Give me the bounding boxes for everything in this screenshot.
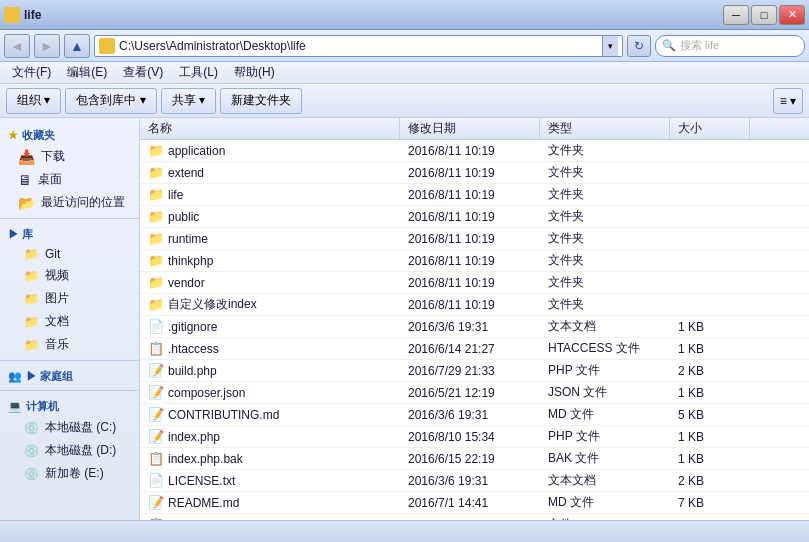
php-icon: 📝 xyxy=(148,363,164,378)
table-row[interactable]: 📁 public 2016/8/11 10:19 文件夹 xyxy=(140,206,809,228)
maximize-button[interactable]: □ xyxy=(751,5,777,25)
sidebar-computer-section[interactable]: 💻 计算机 xyxy=(0,395,139,416)
address-text: C:\Users\Administrator\Desktop\life xyxy=(119,39,598,53)
file-name-cell: 📁 runtime xyxy=(140,228,400,249)
file-date-cell: 2016/6/14 21:27 xyxy=(400,338,540,359)
table-row[interactable]: 📁 thinkphp 2016/8/11 10:19 文件夹 xyxy=(140,250,809,272)
table-row[interactable]: 📋 .htaccess 2016/6/14 21:27 HTACCESS 文件 … xyxy=(140,338,809,360)
table-row[interactable]: 📁 extend 2016/8/11 10:19 文件夹 xyxy=(140,162,809,184)
homegroup-label: ▶ 家庭组 xyxy=(26,369,73,384)
file-list: 📁 application 2016/8/11 10:19 文件夹 📁 exte… xyxy=(140,140,809,520)
file-size-cell xyxy=(670,294,750,315)
file-name: public xyxy=(168,210,199,224)
search-bar[interactable]: 🔍 搜索 life xyxy=(655,35,805,57)
documents-label: 文档 xyxy=(45,313,69,330)
navbar: ◄ ► ▲ C:\Users\Administrator\Desktop\lif… xyxy=(0,30,809,62)
file-name-cell: 📁 thinkphp xyxy=(140,250,400,271)
table-row[interactable]: 📁 自定义修改index 2016/8/11 10:19 文件夹 xyxy=(140,294,809,316)
main-content: ★ 收藏夹 📥 下载 🖥 桌面 📂 最近访问的位置 ▶ 库 📁 Git 📁 视频… xyxy=(0,118,809,520)
table-row[interactable]: 📄 LICENSE.txt 2016/3/6 19:31 文本文档 2 KB xyxy=(140,470,809,492)
file-date-cell: 2016/8/11 10:19 xyxy=(400,272,540,293)
file-name: LICENSE.txt xyxy=(168,474,235,488)
menu-file[interactable]: 文件(F) xyxy=(4,62,59,83)
new-folder-button[interactable]: 新建文件夹 xyxy=(220,88,302,114)
sidebar-homegroup-section[interactable]: 👥 ▶ 家庭组 xyxy=(0,365,139,386)
menu-edit[interactable]: 编辑(E) xyxy=(59,62,115,83)
download-folder-icon: 📥 xyxy=(18,149,35,165)
music-label: 音乐 xyxy=(45,336,69,353)
share-button[interactable]: 共享 ▾ xyxy=(161,88,216,114)
file-type-cell: 文本文档 xyxy=(540,316,670,337)
file-name: thinkphp xyxy=(168,254,213,268)
address-bar[interactable]: C:\Users\Administrator\Desktop\life ▾ xyxy=(94,35,623,57)
table-row[interactable]: 📁 runtime 2016/8/11 10:19 文件夹 xyxy=(140,228,809,250)
menu-view[interactable]: 查看(V) xyxy=(115,62,171,83)
include-library-button[interactable]: 包含到库中 ▾ xyxy=(65,88,156,114)
file-size-cell: 1 KB xyxy=(670,426,750,447)
table-row[interactable]: 📋 think 2016/6/22 21:44 文件 1 KB xyxy=(140,514,809,520)
col-header-name[interactable]: 名称 xyxy=(140,118,400,139)
sidebar-favorites-section[interactable]: ★ 收藏夹 xyxy=(0,124,139,145)
menubar: 文件(F) 编辑(E) 查看(V) 工具(L) 帮助(H) xyxy=(0,62,809,84)
table-row[interactable]: 📁 life 2016/8/11 10:19 文件夹 xyxy=(140,184,809,206)
sidebar-item-music[interactable]: 📁 音乐 xyxy=(0,333,139,356)
sidebar-item-e[interactable]: 💿 新加卷 (E:) xyxy=(0,462,139,485)
table-row[interactable]: 📁 application 2016/8/11 10:19 文件夹 xyxy=(140,140,809,162)
table-row[interactable]: 📝 README.md 2016/7/1 14:41 MD 文件 7 KB xyxy=(140,492,809,514)
git-icon: 📁 xyxy=(24,247,39,261)
col-header-size[interactable]: 大小 xyxy=(670,118,750,139)
table-row[interactable]: 📋 index.php.bak 2016/6/15 22:19 BAK 文件 1… xyxy=(140,448,809,470)
file-type-cell: 文本文档 xyxy=(540,470,670,491)
file-date-cell: 2016/8/11 10:19 xyxy=(400,250,540,271)
desktop-icon: 🖥 xyxy=(18,172,32,188)
file-date-cell: 2016/3/6 19:31 xyxy=(400,316,540,337)
folder-icon: 📁 xyxy=(148,187,164,202)
minimize-button[interactable]: ─ xyxy=(723,5,749,25)
sidebar-item-desktop[interactable]: 🖥 桌面 xyxy=(0,168,139,191)
back-button[interactable]: ◄ xyxy=(4,34,30,58)
file-size-cell: 2 KB xyxy=(670,360,750,381)
sidebar-item-documents[interactable]: 📁 文档 xyxy=(0,310,139,333)
file-type-cell: HTACCESS 文件 xyxy=(540,338,670,359)
up-button[interactable]: ▲ xyxy=(64,34,90,58)
refresh-button[interactable]: ↻ xyxy=(627,35,651,57)
organize-button[interactable]: 组织 ▾ xyxy=(6,88,61,114)
sidebar-divider-3 xyxy=(0,390,139,391)
file-name-cell: 📝 README.md xyxy=(140,492,400,513)
menu-tools[interactable]: 工具(L) xyxy=(171,62,226,83)
file-name-cell: 📝 index.php xyxy=(140,426,400,447)
forward-button[interactable]: ► xyxy=(34,34,60,58)
e-drive-label: 新加卷 (E:) xyxy=(45,465,104,482)
col-header-date[interactable]: 修改日期 xyxy=(400,118,540,139)
table-row[interactable]: 📝 index.php 2016/8/10 15:34 PHP 文件 1 KB xyxy=(140,426,809,448)
file-type-cell: 文件夹 xyxy=(540,184,670,205)
table-row[interactable]: 📁 vendor 2016/8/11 10:19 文件夹 xyxy=(140,272,809,294)
sidebar-item-d[interactable]: 💿 本地磁盘 (D:) xyxy=(0,439,139,462)
sidebar-item-c[interactable]: 💿 本地磁盘 (C:) xyxy=(0,416,139,439)
file-type-cell: MD 文件 xyxy=(540,404,670,425)
col-header-type[interactable]: 类型 xyxy=(540,118,670,139)
favorites-label: 收藏夹 xyxy=(22,128,55,143)
table-row[interactable]: 📝 composer.json 2016/5/21 12:19 JSON 文件 … xyxy=(140,382,809,404)
sidebar-item-pictures[interactable]: 📁 图片 xyxy=(0,287,139,310)
file-name-cell: 📁 自定义修改index xyxy=(140,294,400,315)
sidebar-item-git[interactable]: 📁 Git xyxy=(0,244,139,264)
sidebar-library-section[interactable]: ▶ 库 xyxy=(0,223,139,244)
table-row[interactable]: 📝 CONTRIBUTING.md 2016/3/6 19:31 MD 文件 5… xyxy=(140,404,809,426)
table-row[interactable]: 📄 .gitignore 2016/3/6 19:31 文本文档 1 KB xyxy=(140,316,809,338)
doc-icon: 📄 xyxy=(148,473,164,488)
address-dropdown-button[interactable]: ▾ xyxy=(602,36,618,56)
file-type-cell: 文件 xyxy=(540,514,670,520)
menu-help[interactable]: 帮助(H) xyxy=(226,62,283,83)
file-name: index.php.bak xyxy=(168,452,243,466)
table-row[interactable]: 📝 build.php 2016/7/29 21:33 PHP 文件 2 KB xyxy=(140,360,809,382)
close-button[interactable]: ✕ xyxy=(779,5,805,25)
sidebar-item-recent[interactable]: 📂 最近访问的位置 xyxy=(0,191,139,214)
view-options-button[interactable]: ≡ ▾ xyxy=(773,88,803,114)
file-name-cell: 📁 application xyxy=(140,140,400,161)
sidebar-item-video[interactable]: 📁 视频 xyxy=(0,264,139,287)
sidebar-item-download[interactable]: 📥 下载 xyxy=(0,145,139,168)
md-icon: 📝 xyxy=(148,495,164,510)
file-name-cell: 📝 CONTRIBUTING.md xyxy=(140,404,400,425)
toolbar: 组织 ▾ 包含到库中 ▾ 共享 ▾ 新建文件夹 ≡ ▾ xyxy=(0,84,809,118)
